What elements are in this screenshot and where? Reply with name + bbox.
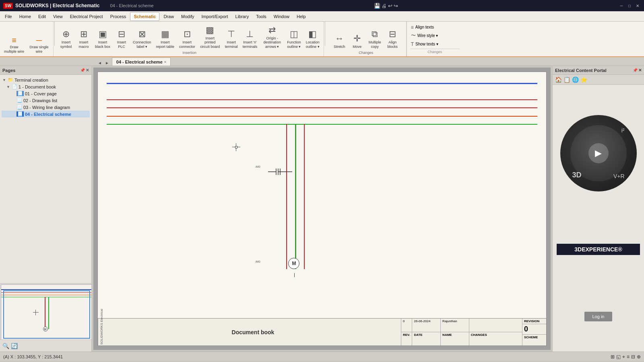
tree-item-document-book[interactable]: ▼ 📄 1 - Document book bbox=[2, 83, 90, 90]
changes-label-right: Changes bbox=[410, 49, 460, 54]
star-nav-icon[interactable]: ⭐ bbox=[580, 76, 587, 83]
menu-library[interactable]: Library bbox=[232, 12, 252, 21]
menu-help[interactable]: Help bbox=[293, 12, 309, 21]
grid-view-icon[interactable]: ⊞ bbox=[611, 354, 615, 360]
experience-play-btn[interactable]: ▶ bbox=[588, 143, 609, 163]
origin-destination-btn[interactable]: ⇄ Origin -destination arrows ▾ bbox=[260, 24, 284, 50]
function-outline-btn[interactable]: ◫ Functionoutline ▾ bbox=[285, 28, 303, 50]
insert-report-table-btn[interactable]: ▦ Insertreport table bbox=[155, 28, 176, 50]
minimize-btn[interactable]: ─ bbox=[618, 2, 625, 9]
ribbon-group-changes: ↔ Stretch ✛ Move ⧉ Multiplecopy ⊟ Alignb… bbox=[326, 22, 407, 56]
location-outline-icon: ◧ bbox=[308, 29, 317, 39]
experience-logo: ▶ 3D V+R i² bbox=[560, 115, 637, 191]
coordinates-display: (A) X : 103.3455, Y : 215.3441 bbox=[3, 354, 63, 359]
connection-label-btn[interactable]: ⊠ Connectionlabel ▾ bbox=[131, 28, 153, 50]
insert-terminal-btn[interactable]: ⊤ Insertterminal bbox=[223, 28, 239, 50]
wire-style-btn[interactable]: 〜 Wire style ▾ bbox=[410, 32, 460, 39]
align-texts-label: Align texts bbox=[415, 25, 434, 29]
column-view-icon[interactable]: ⊟ bbox=[631, 354, 635, 360]
wire-blue bbox=[107, 83, 537, 84]
draw-multiple-wire-label: Draw multiple wire bbox=[4, 45, 24, 54]
menu-file[interactable]: File bbox=[2, 12, 15, 21]
draw-single-wire-icon: ─ bbox=[36, 36, 42, 44]
align-blocks-btn[interactable]: ⊟ Alignblocks bbox=[384, 28, 400, 50]
status-bar-right-icons: ⊞ ◱ ⌖ ≡ ⊟ ⊕ bbox=[611, 354, 641, 360]
menu-modify[interactable]: Modify bbox=[178, 12, 197, 21]
multiple-copy-btn[interactable]: ⧉ Multiplecopy bbox=[367, 28, 383, 50]
pages-close-btn[interactable]: ✕ bbox=[86, 68, 89, 72]
insert-plc-btn[interactable]: ⊟ InsertPLC bbox=[114, 28, 130, 50]
tab-bar: ◄ ► 04 - Electrical scheme × bbox=[0, 57, 644, 66]
main-layout: Pages 📌 ✕ ▼ 📁 Terminal creation ▼ 📄 1 - … bbox=[0, 66, 644, 352]
tab-close-btn[interactable]: × bbox=[164, 60, 166, 64]
menu-draw[interactable]: Draw bbox=[160, 12, 177, 21]
connection-label-icon: ⊠ bbox=[138, 29, 146, 39]
stretch-icon: ↔ bbox=[335, 33, 344, 44]
nav-right-arrow[interactable]: ► bbox=[104, 60, 110, 66]
menu-schematic[interactable]: Schematic bbox=[130, 12, 159, 21]
home-nav-icon[interactable]: 🏠 bbox=[555, 76, 562, 83]
search-icon[interactable]: 🔍 bbox=[2, 343, 9, 349]
undo-icon[interactable]: ↩ bbox=[388, 3, 392, 9]
menu-electrical-project[interactable]: Electrical Project bbox=[67, 12, 106, 21]
align-texts-icon: ≡ bbox=[411, 25, 414, 30]
insert-n-terminals-label: Insert 'n'terminals bbox=[243, 40, 258, 49]
print-icon[interactable]: 🖨 bbox=[382, 3, 387, 9]
login-btn[interactable]: Log in bbox=[584, 312, 613, 321]
restore-btn[interactable]: □ bbox=[626, 2, 633, 9]
tree-item-wiring-diagram[interactable]: 📃 03 - Wiring line diagram bbox=[2, 104, 90, 111]
save-icon[interactable]: 💾 bbox=[374, 3, 380, 9]
menu-process[interactable]: Process bbox=[107, 12, 130, 21]
menu-edit[interactable]: Edit bbox=[35, 12, 49, 21]
insert-n-terminals-btn[interactable]: ⊥ Insert 'n'terminals bbox=[241, 28, 259, 50]
align-texts-btn[interactable]: ≡ Align texts bbox=[410, 24, 460, 31]
draw-multiple-wire-btn[interactable]: ≡ Draw multiple wire bbox=[2, 35, 26, 55]
draw-single-wire-btn[interactable]: ─ Draw single wire bbox=[27, 35, 51, 55]
location-outline-btn[interactable]: ◧ Locationoutline ▾ bbox=[304, 28, 321, 50]
list-view-icon[interactable]: ≡ bbox=[627, 354, 630, 360]
insert-connector-btn[interactable]: ⊡ Insertconnector bbox=[178, 28, 197, 50]
app-name: SOLIDWORKS | Electrical Schematic bbox=[15, 3, 99, 8]
tree-item-electrical-scheme[interactable]: 📃 04 - Electrical scheme bbox=[2, 111, 90, 117]
thumbnail-viewport bbox=[3, 290, 90, 339]
menu-tools[interactable]: Tools bbox=[253, 12, 270, 21]
redo-icon[interactable]: ↪ bbox=[394, 3, 398, 9]
refresh-icon[interactable]: 🔄 bbox=[11, 343, 18, 349]
insert-circuit-board-btn[interactable]: ▩ Insert printedcircuit board bbox=[198, 24, 222, 50]
nav-left-arrow[interactable]: ◄ bbox=[97, 60, 103, 66]
drawing-container[interactable]: M -M0 -M0 SOLIDWORKS Electrical Document… bbox=[93, 68, 551, 350]
insert-macro-btn[interactable]: ⊞ Insertmacro bbox=[76, 28, 92, 50]
thumbnail-cursor bbox=[33, 310, 39, 315]
page-view-icon[interactable]: ◱ bbox=[616, 354, 621, 360]
show-texts-btn[interactable]: T Show texts ▾ bbox=[410, 41, 460, 47]
tab-electrical-scheme[interactable]: 04 - Electrical scheme × bbox=[112, 58, 171, 66]
pages-pin-btn[interactable]: 📌 bbox=[80, 68, 85, 72]
close-btn[interactable]: ✕ bbox=[634, 2, 641, 9]
menu-import-export[interactable]: Import/Export bbox=[198, 12, 231, 21]
insert-terminal-icon: ⊤ bbox=[227, 29, 235, 39]
tree-item-drawings-list[interactable]: 📃 02 - Drawings list bbox=[2, 97, 90, 104]
pages-tree: ▼ 📁 Terminal creation ▼ 📄 1 - Document b… bbox=[0, 75, 91, 283]
menu-view[interactable]: View bbox=[50, 12, 66, 21]
insert-symbol-btn[interactable]: ⊕ Insertsymbol bbox=[58, 28, 74, 50]
right-panel-close-btn[interactable]: ✕ bbox=[638, 68, 642, 72]
list-nav-icon[interactable]: 📋 bbox=[564, 76, 570, 83]
tree-item-terminal-creation[interactable]: ▼ 📁 Terminal creation bbox=[2, 76, 90, 83]
align-blocks-label: Alignblocks bbox=[387, 40, 398, 49]
globe-nav-icon[interactable]: 🌐 bbox=[572, 76, 579, 83]
move-btn[interactable]: ✛ Move bbox=[349, 33, 365, 50]
multiple-copy-label: Multiplecopy bbox=[369, 40, 381, 49]
tree-item-cover-page[interactable]: 📃 01 - Cover page bbox=[2, 90, 90, 97]
right-panel-pin-btn[interactable]: 📌 bbox=[633, 68, 638, 72]
cursor-icon[interactable]: ⌖ bbox=[622, 354, 625, 360]
ribbon-group-draw-wires: ≡ Draw multiple wire ─ Draw single wire bbox=[0, 22, 54, 56]
insert-black-box-btn[interactable]: ▣ Insertblack box bbox=[93, 28, 112, 50]
zoom-icon[interactable]: ⊕ bbox=[637, 354, 641, 360]
title-block: SOLIDWORKS Electrical Document book 0 26… bbox=[98, 318, 546, 346]
menu-window[interactable]: Window bbox=[270, 12, 293, 21]
menu-home[interactable]: Home bbox=[16, 12, 34, 21]
wire-style-icon: 〜 bbox=[411, 32, 416, 39]
revision-number: 0 bbox=[522, 324, 546, 335]
tab-label: 04 - Electrical scheme bbox=[116, 60, 163, 64]
stretch-btn[interactable]: ↔ Stretch bbox=[331, 33, 347, 50]
